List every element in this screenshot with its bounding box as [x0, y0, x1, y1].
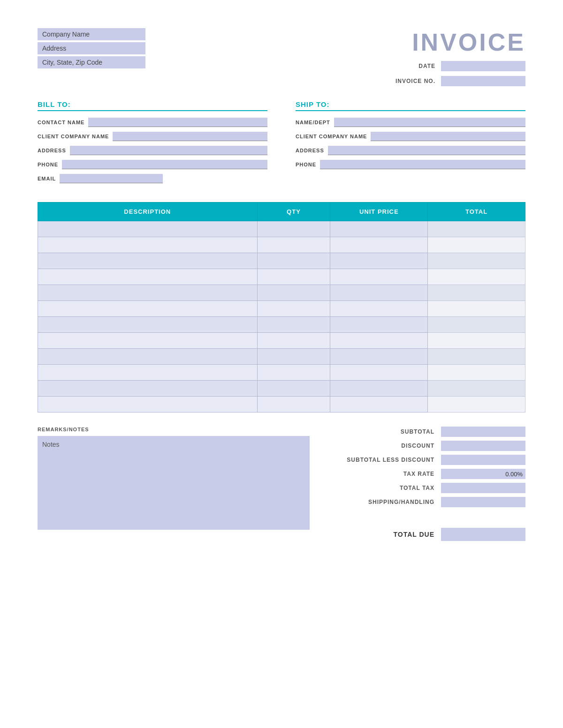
total-cell[interactable] — [428, 381, 525, 397]
total-cell[interactable] — [428, 301, 525, 317]
desc-cell[interactable] — [38, 381, 258, 397]
unit-cell[interactable] — [330, 221, 428, 237]
qty-cell[interactable] — [257, 285, 330, 301]
col-total: TOTAL — [428, 203, 525, 221]
desc-cell[interactable] — [38, 301, 258, 317]
total-due-field[interactable] — [441, 528, 525, 541]
bill-company-input[interactable] — [113, 132, 267, 141]
company-name-field[interactable]: Company Name — [38, 28, 145, 40]
ship-to-col: SHIP TO: NAME/DEPT CLIENT COMPANY NAME A… — [296, 100, 525, 188]
total-cell[interactable] — [428, 365, 525, 381]
tax-rate-field[interactable]: 0.00% — [441, 469, 525, 479]
subtotal-less-discount-label: SUBTOTAL LESS DISCOUNT — [341, 457, 434, 463]
date-row: DATE — [396, 61, 525, 71]
bill-contact-input[interactable] — [88, 118, 267, 127]
qty-cell[interactable] — [257, 269, 330, 285]
unit-cell[interactable] — [330, 285, 428, 301]
shipping-field[interactable] — [441, 497, 525, 507]
desc-cell[interactable] — [38, 333, 258, 349]
table-row — [38, 317, 525, 333]
table-row — [38, 365, 525, 381]
ship-address-label: ADDRESS — [296, 148, 324, 153]
qty-cell[interactable] — [257, 381, 330, 397]
desc-cell[interactable] — [38, 253, 258, 269]
unit-cell[interactable] — [330, 381, 428, 397]
qty-cell[interactable] — [257, 221, 330, 237]
bottom-section: REMARKS/NOTES Notes SUBTOTAL DISCOUNT SU… — [38, 427, 525, 541]
ship-name-row: NAME/DEPT — [296, 118, 525, 127]
bill-address-input[interactable] — [70, 146, 267, 155]
qty-cell[interactable] — [257, 237, 330, 253]
total-tax-field[interactable] — [441, 483, 525, 493]
bill-company-label: CLIENT COMPANY NAME — [38, 134, 109, 139]
unit-cell[interactable] — [330, 269, 428, 285]
bill-company-row: CLIENT COMPANY NAME — [38, 132, 267, 141]
unit-cell[interactable] — [330, 317, 428, 333]
ship-phone-input[interactable] — [320, 160, 525, 169]
discount-field[interactable] — [441, 441, 525, 451]
subtotal-field[interactable] — [441, 427, 525, 437]
invoice-meta: DATE INVOICE NO. — [396, 61, 525, 86]
notes-box[interactable]: Notes — [38, 436, 310, 530]
qty-cell[interactable] — [257, 397, 330, 413]
unit-cell[interactable] — [330, 333, 428, 349]
unit-cell[interactable] — [330, 365, 428, 381]
discount-row: DISCOUNT — [328, 441, 525, 451]
qty-cell[interactable] — [257, 349, 330, 365]
subtotal-less-discount-field[interactable] — [441, 455, 525, 465]
invoice-no-field[interactable] — [441, 76, 525, 86]
total-cell[interactable] — [428, 349, 525, 365]
table-row — [38, 221, 525, 237]
ship-company-input[interactable] — [371, 132, 525, 141]
subtotal-less-discount-row: SUBTOTAL LESS DISCOUNT — [328, 455, 525, 465]
invoice-right: INVOICE DATE INVOICE NO. — [396, 28, 525, 86]
desc-cell[interactable] — [38, 397, 258, 413]
invoice-table: DESCRIPTION QTY UNIT PRICE TOTAL — [38, 202, 525, 413]
qty-cell[interactable] — [257, 317, 330, 333]
ship-address-input[interactable] — [328, 146, 525, 155]
total-cell[interactable] — [428, 269, 525, 285]
total-cell[interactable] — [428, 221, 525, 237]
unit-cell[interactable] — [330, 253, 428, 269]
ship-name-input[interactable] — [334, 118, 525, 127]
total-tax-label: TOTAL TAX — [341, 485, 434, 491]
qty-cell[interactable] — [257, 253, 330, 269]
date-field[interactable] — [441, 61, 525, 71]
table-row — [38, 269, 525, 285]
table-row — [38, 333, 525, 349]
desc-cell[interactable] — [38, 237, 258, 253]
tax-rate-row: TAX RATE 0.00% — [328, 469, 525, 479]
unit-cell[interactable] — [330, 349, 428, 365]
remarks-col: REMARKS/NOTES Notes — [38, 427, 310, 541]
page-header: Company Name Address City, State, Zip Co… — [38, 28, 525, 86]
qty-cell[interactable] — [257, 365, 330, 381]
total-tax-row: TOTAL TAX — [328, 483, 525, 493]
desc-cell[interactable] — [38, 221, 258, 237]
desc-cell[interactable] — [38, 269, 258, 285]
desc-cell[interactable] — [38, 317, 258, 333]
col-qty: QTY — [257, 203, 330, 221]
unit-cell[interactable] — [330, 301, 428, 317]
total-cell[interactable] — [428, 317, 525, 333]
total-cell[interactable] — [428, 285, 525, 301]
desc-cell[interactable] — [38, 365, 258, 381]
total-cell[interactable] — [428, 237, 525, 253]
total-cell[interactable] — [428, 333, 525, 349]
desc-cell[interactable] — [38, 285, 258, 301]
total-cell[interactable] — [428, 253, 525, 269]
company-info: Company Name Address City, State, Zip Co… — [38, 28, 145, 68]
bill-phone-input[interactable] — [62, 160, 267, 169]
desc-cell[interactable] — [38, 349, 258, 365]
bill-email-input[interactable] — [60, 174, 163, 183]
qty-cell[interactable] — [257, 333, 330, 349]
col-description: DESCRIPTION — [38, 203, 258, 221]
unit-cell[interactable] — [330, 397, 428, 413]
discount-label: DISCOUNT — [341, 443, 434, 449]
bill-contact-row: CONTACT NAME — [38, 118, 267, 127]
address-field[interactable]: Address — [38, 42, 145, 54]
unit-cell[interactable] — [330, 237, 428, 253]
table-row — [38, 349, 525, 365]
qty-cell[interactable] — [257, 301, 330, 317]
city-state-zip-field[interactable]: City, State, Zip Code — [38, 56, 145, 68]
total-cell[interactable] — [428, 397, 525, 413]
